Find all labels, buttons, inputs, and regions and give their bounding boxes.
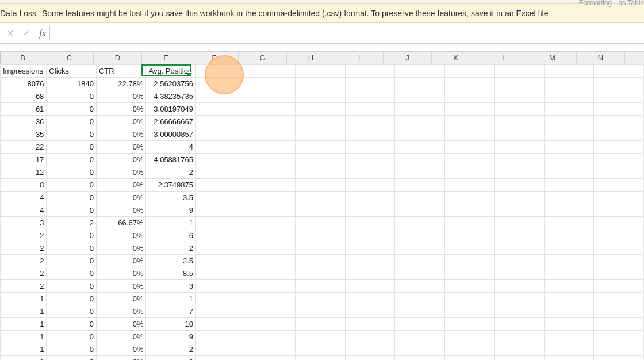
empty-cell[interactable]	[345, 154, 395, 166]
empty-cell[interactable]	[444, 267, 494, 280]
empty-cell[interactable]	[444, 166, 494, 179]
empty-cell[interactable]	[594, 255, 644, 267]
empty-cell[interactable]	[345, 331, 395, 343]
empty-cell[interactable]	[345, 128, 395, 141]
cell-avg-position[interactable]: 2.56203756	[146, 78, 196, 90]
cell-avg-position[interactable]: 2.66666667	[146, 116, 196, 128]
empty-cell[interactable]	[246, 116, 296, 128]
empty-cell[interactable]	[594, 280, 644, 293]
empty-cell[interactable]	[196, 280, 246, 293]
empty-cell[interactable]	[444, 343, 494, 356]
empty-cell[interactable]	[494, 217, 545, 229]
cell-impressions[interactable]: 61	[1, 103, 47, 116]
empty-cell[interactable]	[196, 343, 246, 356]
cell-ctr[interactable]: 22.78%	[96, 78, 146, 90]
empty-cell[interactable]	[594, 65, 644, 78]
col-header-k[interactable]: K	[432, 52, 480, 64]
empty-cell[interactable]	[444, 78, 494, 90]
formula-input[interactable]	[49, 26, 644, 40]
empty-cell[interactable]	[544, 305, 594, 318]
header-impressions[interactable]: Impressions	[1, 65, 47, 78]
col-header-e[interactable]: E	[142, 52, 190, 64]
cell-impressions[interactable]: 17	[1, 154, 47, 166]
col-header-l[interactable]: L	[480, 52, 528, 64]
cell-impressions[interactable]: 22	[1, 141, 47, 154]
empty-cell[interactable]	[296, 280, 346, 293]
empty-cell[interactable]	[444, 280, 494, 293]
cell-clicks[interactable]: 0	[47, 242, 97, 255]
empty-cell[interactable]	[594, 356, 644, 361]
empty-cell[interactable]	[196, 305, 246, 318]
empty-cell[interactable]	[594, 331, 644, 343]
cell-avg-position[interactable]: 3.08197049	[146, 103, 196, 116]
empty-cell[interactable]	[196, 116, 246, 128]
empty-cell[interactable]	[444, 242, 494, 255]
empty-cell[interactable]	[544, 116, 594, 128]
cell-impressions[interactable]: 8	[1, 179, 47, 192]
empty-cell[interactable]	[594, 204, 644, 217]
empty-cell[interactable]	[494, 318, 545, 331]
cell-avg-position[interactable]: 3.00000857	[146, 128, 196, 141]
cell-avg-position[interactable]: 2	[146, 166, 196, 179]
empty-cell[interactable]	[196, 78, 246, 90]
empty-cell[interactable]	[296, 141, 346, 154]
empty-cell[interactable]	[246, 280, 296, 293]
empty-cell[interactable]	[196, 141, 246, 154]
empty-cell[interactable]	[444, 229, 494, 242]
empty-cell[interactable]	[196, 90, 246, 103]
empty-cell[interactable]	[246, 192, 296, 204]
empty-cell[interactable]	[594, 192, 644, 204]
empty-cell[interactable]	[196, 192, 246, 204]
empty-cell[interactable]	[594, 343, 644, 356]
empty-cell[interactable]	[296, 90, 346, 103]
cell-impressions[interactable]: 1	[1, 356, 47, 361]
empty-cell[interactable]	[296, 331, 346, 343]
empty-cell[interactable]	[594, 217, 644, 229]
empty-cell[interactable]	[494, 116, 545, 128]
empty-cell[interactable]	[196, 217, 246, 229]
cell-ctr[interactable]: 0%	[96, 116, 146, 128]
col-header-h[interactable]: H	[287, 52, 335, 64]
empty-cell[interactable]	[444, 318, 494, 331]
cell-clicks[interactable]: 0	[47, 343, 97, 356]
empty-cell[interactable]	[494, 293, 545, 305]
empty-cell[interactable]	[196, 103, 246, 116]
empty-cell[interactable]	[594, 242, 644, 255]
empty-cell[interactable]	[444, 116, 494, 128]
empty-cell[interactable]	[444, 154, 494, 166]
cell-clicks[interactable]: 1840	[47, 78, 97, 90]
cell-impressions[interactable]: 2	[1, 280, 47, 293]
empty-cell[interactable]	[395, 217, 445, 229]
col-header-j[interactable]: J	[384, 52, 432, 64]
empty-cell[interactable]	[345, 90, 395, 103]
cell-impressions[interactable]: 8076	[1, 78, 47, 90]
empty-cell[interactable]	[345, 229, 395, 242]
empty-cell[interactable]	[246, 128, 296, 141]
empty-cell[interactable]	[345, 65, 395, 78]
empty-cell[interactable]	[544, 166, 594, 179]
empty-cell[interactable]	[395, 280, 445, 293]
empty-cell[interactable]	[395, 192, 445, 204]
cell-avg-position[interactable]: 2	[146, 343, 196, 356]
empty-cell[interactable]	[296, 356, 346, 361]
empty-cell[interactable]	[196, 204, 246, 217]
cell-clicks[interactable]: 0	[47, 255, 97, 267]
cell-ctr[interactable]: 0%	[96, 293, 146, 305]
empty-cell[interactable]	[395, 103, 445, 116]
cell-impressions[interactable]: 4	[1, 192, 47, 204]
empty-cell[interactable]	[444, 204, 494, 217]
empty-cell[interactable]	[296, 128, 346, 141]
cell-clicks[interactable]: 0	[47, 179, 97, 192]
empty-cell[interactable]	[395, 141, 445, 154]
empty-cell[interactable]	[544, 103, 594, 116]
empty-cell[interactable]	[594, 293, 644, 305]
cell-avg-position[interactable]: 9	[146, 204, 196, 217]
empty-cell[interactable]	[395, 204, 445, 217]
empty-cell[interactable]	[196, 229, 246, 242]
empty-cell[interactable]	[345, 280, 395, 293]
cell-avg-position[interactable]: 10	[146, 318, 196, 331]
empty-cell[interactable]	[444, 305, 494, 318]
cell-ctr[interactable]: 0%	[96, 242, 146, 255]
empty-cell[interactable]	[196, 65, 246, 78]
empty-cell[interactable]	[296, 343, 346, 356]
